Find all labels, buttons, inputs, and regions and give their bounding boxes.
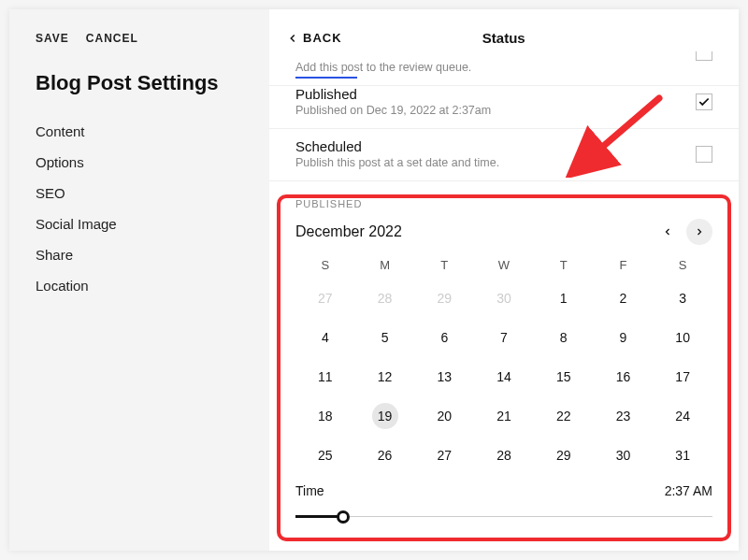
calendar-label: PUBLISHED <box>295 198 712 209</box>
calendar-dow: T <box>414 258 474 272</box>
scheduled-checkbox[interactable] <box>696 146 712 163</box>
calendar-day[interactable]: 15 <box>551 364 577 390</box>
published-title: Published <box>295 86 696 102</box>
slider-knob[interactable] <box>337 510 350 524</box>
calendar-day[interactable]: 10 <box>669 324 696 351</box>
calendar-dow: S <box>653 258 712 272</box>
calendar-day[interactable]: 28 <box>372 285 398 311</box>
scheduled-title: Scheduled <box>295 138 696 154</box>
calendar-day[interactable]: 2 <box>610 285 636 311</box>
published-subtitle: Published on Dec 19, 2022 at 2:37am <box>295 104 696 117</box>
review-subtitle: Add this post to the review queue. <box>295 61 696 74</box>
calendar-day[interactable]: 8 <box>551 324 577 351</box>
calendar-day[interactable]: 23 <box>610 403 636 429</box>
sidebar-item-location[interactable]: Location <box>36 278 243 294</box>
calendar-day[interactable]: 18 <box>312 403 338 429</box>
sidebar-item-options[interactable]: Options <box>36 154 243 170</box>
review-checkbox[interactable] <box>696 51 712 61</box>
sidebar-item-social-image[interactable]: Social Image <box>36 216 243 232</box>
calendar-day[interactable]: 14 <box>491 364 517 390</box>
calendar-dow: W <box>474 258 534 272</box>
panel-title: Status <box>295 30 712 46</box>
calendar-day[interactable]: 22 <box>551 403 577 429</box>
calendar-prev-button[interactable] <box>654 219 681 245</box>
calendar-next-button[interactable] <box>686 219 712 245</box>
cancel-button[interactable]: CANCEL <box>86 32 138 45</box>
calendar-day[interactable]: 29 <box>431 285 457 311</box>
status-panel: BACK Status Add this post to the review … <box>269 9 739 551</box>
calendar-day[interactable]: 25 <box>312 442 338 468</box>
time-label: Time <box>295 483 324 498</box>
slider-fill <box>295 515 342 518</box>
save-button[interactable]: SAVE <box>36 32 69 45</box>
calendar-day[interactable]: 20 <box>431 403 457 429</box>
calendar-day[interactable]: 27 <box>312 285 338 311</box>
calendar-dow: S <box>295 258 355 272</box>
calendar-dow: T <box>534 258 594 272</box>
slider-track <box>295 516 712 517</box>
calendar-day[interactable]: 16 <box>610 364 636 390</box>
sidebar-title: Blog Post Settings <box>36 71 243 95</box>
calendar-dow: F <box>594 258 654 272</box>
panel-header: BACK Status <box>269 9 739 57</box>
calendar-day[interactable]: 12 <box>372 364 398 390</box>
calendar-day[interactable]: 17 <box>669 364 696 390</box>
chevron-right-icon <box>694 226 705 237</box>
calendar-day[interactable]: 4 <box>312 324 338 351</box>
calendar-day[interactable]: 28 <box>491 442 517 468</box>
calendar-day[interactable]: 30 <box>610 442 636 468</box>
calendar-day[interactable]: 7 <box>491 324 517 351</box>
calendar-day[interactable]: 31 <box>669 442 696 468</box>
calendar-day[interactable]: 19 <box>372 403 398 429</box>
time-value[interactable]: 2:37 AM <box>665 483 712 498</box>
sidebar-actions: SAVE CANCEL <box>36 32 243 45</box>
calendar-nav <box>654 219 712 245</box>
calendar-day[interactable]: 26 <box>372 442 398 468</box>
calendar-day[interactable]: 21 <box>491 403 517 429</box>
calendar-day[interactable]: 6 <box>431 324 457 351</box>
status-row-published[interactable]: Published Published on Dec 19, 2022 at 2… <box>269 77 739 129</box>
time-row: Time 2:37 AM <box>295 483 712 498</box>
calendar-month: December 2022 <box>295 223 402 240</box>
time-slider[interactable] <box>295 508 712 526</box>
status-row-scheduled[interactable]: Scheduled Publish this post at a set dat… <box>269 129 739 181</box>
sidebar-nav: Content Options SEO Social Image Share L… <box>36 123 243 294</box>
calendar-day[interactable]: 30 <box>491 285 517 311</box>
calendar-day[interactable]: 29 <box>551 442 577 468</box>
published-checkbox[interactable] <box>696 93 712 110</box>
calendar-header: December 2022 <box>295 219 712 245</box>
calendar-day[interactable]: 13 <box>431 364 457 390</box>
calendar-day[interactable]: 9 <box>610 324 636 351</box>
calendar-day[interactable]: 11 <box>312 364 338 390</box>
chevron-left-icon <box>662 226 673 237</box>
calendar-day[interactable]: 24 <box>669 403 696 429</box>
check-icon <box>698 95 711 108</box>
calendar-section: PUBLISHED December 2022 SMTWTFS272829301… <box>269 181 739 536</box>
calendar-day[interactable]: 3 <box>669 285 696 311</box>
sidebar-item-seo[interactable]: SEO <box>36 185 243 201</box>
settings-sidebar: SAVE CANCEL Blog Post Settings Content O… <box>9 9 269 551</box>
calendar-day[interactable]: 1 <box>551 285 577 311</box>
calendar-day[interactable]: 27 <box>431 442 457 468</box>
calendar-dow: M <box>355 258 415 272</box>
scheduled-subtitle: Publish this post at a set date and time… <box>295 156 696 169</box>
sidebar-item-share[interactable]: Share <box>36 247 243 263</box>
app-window: SAVE CANCEL Blog Post Settings Content O… <box>9 9 739 551</box>
sidebar-item-content[interactable]: Content <box>36 123 243 139</box>
calendar-day[interactable]: 5 <box>372 324 398 351</box>
calendar-grid: SMTWTFS272829301234567891011121314151617… <box>295 258 712 468</box>
